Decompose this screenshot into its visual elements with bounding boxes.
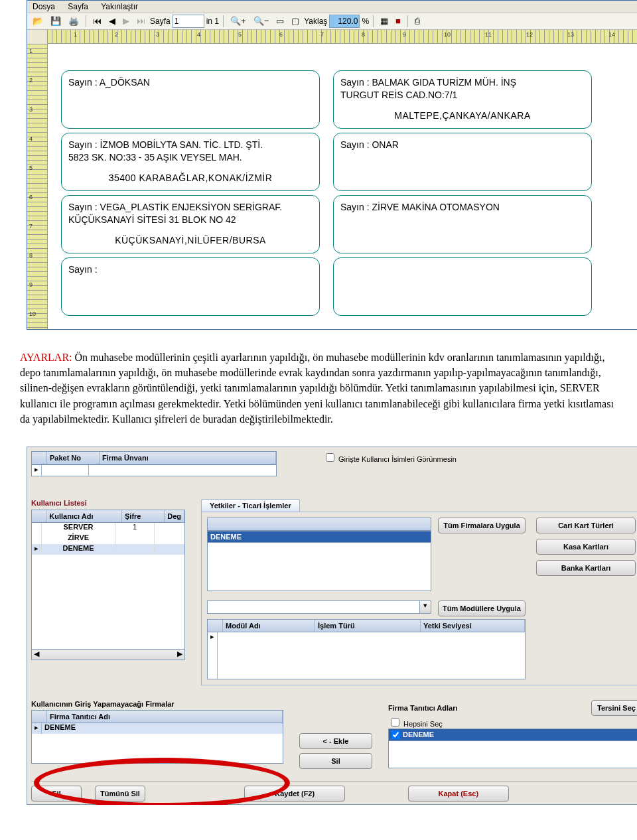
firma-grid-body[interactable]	[207, 543, 431, 591]
page-canvas: Sayın : A_DÖKSANSayın : BALMAK GIDA TURİ…	[48, 44, 637, 329]
modul-grid-body[interactable]: ▸	[207, 632, 526, 679]
kullanici-row[interactable]: SERVER1	[32, 523, 184, 533]
address-label: Sayın : A_DÖKSAN	[61, 70, 320, 129]
menu-yakinlastir[interactable]: Yakınlaştır	[101, 2, 138, 11]
tersini-sec-button[interactable]: Tersini Seç	[591, 700, 637, 716]
col-firma-unvani: Firma Ünvanı	[100, 452, 276, 464]
page-in-label: in 1	[206, 17, 219, 26]
banka-kart-button[interactable]: Banka Kartları	[536, 560, 636, 576]
firma-tanitici-body[interactable]	[388, 741, 637, 768]
sil-button[interactable]: Sil	[31, 786, 82, 802]
kullanici-row[interactable]: ▸DENEME	[32, 544, 184, 555]
address-label: Sayın : ONAR	[333, 133, 592, 191]
address-label: Sayın :	[61, 257, 320, 316]
mod-col-seviye: Yetki Seviyesi	[421, 620, 525, 632]
toolbar: 📂 💾 🖨️ ⏮ ◀ ▶ ⏭ Sayfa in 1 🔍+ 🔍− ▭ ▢ Yakl…	[27, 13, 637, 30]
menubar: Dosya Sayfa Yakınlaştır	[27, 1, 637, 13]
restrict-col: Firma Tanıtıcı Adı	[47, 711, 283, 723]
zoom-input[interactable]	[329, 15, 360, 28]
mod-col-islem: İşlem Türü	[315, 620, 421, 632]
zoom-out-icon[interactable]: 🔍−	[251, 15, 272, 28]
chevron-down-icon[interactable]: ▾	[420, 600, 431, 614]
address-label: Sayın : VEGA_PLASTİK ENJEKSİYON SERİGRAF…	[61, 195, 320, 253]
sil-small-button[interactable]: Sil	[299, 753, 372, 769]
address-label	[333, 257, 592, 316]
firma-grid-header	[207, 518, 431, 531]
menu-dosya[interactable]: Dosya	[33, 2, 55, 11]
zoom-in-icon[interactable]: 🔍+	[228, 15, 249, 28]
kullanici-grid-header: Kullanıcı Adı Şifre Deg	[31, 510, 185, 523]
kl-col-ad: Kullanıcı Adı	[46, 510, 122, 522]
narrative-paragraph: AYARLAR: Ön muhasebe modüllerinin çeşitl…	[20, 350, 617, 427]
col-paket-no: Paket No	[47, 452, 100, 464]
export-icon[interactable]: ⎙	[412, 15, 423, 28]
mod-col-modul: Modül Adı	[223, 620, 315, 632]
firma-tanitici-check[interactable]	[391, 731, 400, 739]
kaydet-button[interactable]: Kaydet (F2)	[244, 786, 345, 802]
top-grid-header: Paket No Firma Ünvanı	[31, 451, 277, 464]
permissions-window: Paket No Firma Ünvanı ▸ Girişte Kullanıc…	[27, 447, 637, 805]
address-label: Sayın : BALMAK GIDA TURİZM MÜH. İNŞTURGU…	[333, 70, 592, 129]
tum-modullere-button[interactable]: Tüm Modüllere Uygula	[438, 600, 526, 616]
zoom-label: Yaklaş	[304, 17, 327, 26]
first-page-icon[interactable]: ⏮	[90, 15, 104, 28]
address-label: Sayın : İZMOB MOBİLYTA SAN. TİC. LTD. ŞT…	[61, 133, 320, 191]
next-page-icon[interactable]: ▶	[120, 15, 132, 28]
print-preview-window: Dosya Sayfa Yakınlaştır 📂 💾 🖨️ ⏮ ◀ ▶ ⏭ S…	[27, 0, 637, 330]
firma-tanitici-title: Firma Tanıtıcı Adları	[388, 704, 458, 712]
top-grid-body[interactable]: ▸	[31, 464, 277, 476]
restrict-row: DENEME	[42, 723, 78, 734]
hide-usernames-checkbox[interactable]: Girişte Kullanıcı İsimleri Görünmesin	[323, 451, 457, 464]
module-combo[interactable]	[207, 600, 420, 614]
vertical-ruler: 12345678910	[27, 44, 48, 329]
save-icon[interactable]: 💾	[48, 15, 64, 28]
tumunu-sil-button[interactable]: Tümünü Sil	[95, 786, 145, 802]
prev-page-icon[interactable]: ◀	[106, 15, 118, 28]
hide-usernames-input[interactable]	[326, 453, 334, 462]
print-icon[interactable]: 🖨️	[66, 15, 82, 28]
narrative-body: Ön muhasebe modüllerinin çeşitli ayarlar…	[20, 352, 614, 425]
fit-width-icon[interactable]: ▭	[273, 15, 287, 28]
restrict-grid-body[interactable]: ▸ DENEME	[31, 723, 283, 764]
fit-page-icon[interactable]: ▢	[289, 15, 302, 28]
narrative-title: AYARLAR:	[20, 352, 72, 363]
hepsini-sec-checkbox[interactable]: Hepsini Seç	[388, 720, 443, 728]
tabbar: Yetkiler - Ticari İşlemler	[201, 499, 637, 512]
kullanici-row[interactable]: ZİRVE	[32, 533, 184, 544]
page-label: Sayfa	[150, 17, 171, 26]
kasa-kart-button[interactable]: Kasa Kartları	[536, 539, 636, 555]
kl-col-sifre: Şifre	[122, 510, 165, 522]
zoom-percent: %	[362, 17, 369, 26]
ekle-button[interactable]: < - Ekle	[299, 733, 372, 749]
kapat-button[interactable]: Kapat (Esc)	[408, 786, 509, 802]
tab-ticari-islemler[interactable]: Yetkiler - Ticari İşlemler	[201, 499, 300, 512]
address-label: Sayın : ZİRVE MAKİNA OTOMASYON	[333, 195, 592, 253]
last-page-icon[interactable]: ⏭	[134, 15, 148, 28]
kullanici-listesi-title: Kullanıcı Listesi	[31, 499, 185, 507]
firma-tanitici-row[interactable]: DENEME	[388, 729, 637, 741]
hepsini-sec-input[interactable]	[391, 718, 399, 727]
menu-sayfa[interactable]: Sayfa	[68, 2, 88, 11]
cari-kart-button[interactable]: Cari Kart Türleri	[536, 518, 636, 533]
tum-firmalara-button[interactable]: Tüm Firmalara Uygula	[438, 518, 526, 533]
page-number-input[interactable]	[173, 15, 204, 28]
firma-row-selected[interactable]: DENEME	[207, 531, 431, 543]
color-icon[interactable]: ■	[393, 15, 403, 28]
restrict-grid-header: Firma Tanıtıcı Adı	[31, 710, 283, 723]
grid-icon[interactable]: ▦	[378, 15, 391, 28]
modul-grid-header: Modül Adı İşlem Türü Yetki Seviyesi	[207, 619, 526, 632]
horizontal-ruler: 1234567891011121314	[47, 30, 637, 44]
kl-col-deg: Deg	[165, 510, 184, 522]
restrict-title: Kullanıcının Giriş Yapamayacağı Firmalar	[31, 700, 283, 708]
open-icon[interactable]: 📂	[30, 15, 46, 28]
